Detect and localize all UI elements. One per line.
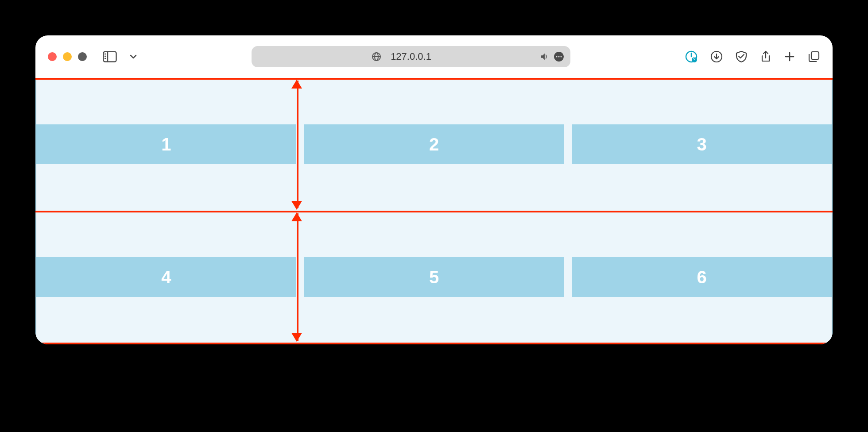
address-bar[interactable]: 127.0.0.1 — [252, 46, 570, 67]
svg-point-10 — [558, 56, 559, 57]
svg-point-9 — [556, 56, 557, 57]
svg-rect-14 — [694, 59, 696, 61]
shield-icon[interactable] — [735, 50, 748, 63]
privacy-report-icon[interactable] — [685, 50, 698, 63]
tabs-overview-icon[interactable] — [808, 50, 820, 63]
sidebar-toggle-icon[interactable] — [103, 51, 117, 62]
new-tab-icon[interactable] — [784, 51, 795, 62]
globe-icon — [371, 51, 382, 62]
address-text: 127.0.0.1 — [391, 51, 431, 62]
svg-point-11 — [560, 56, 562, 57]
grid-cell: 3 — [572, 124, 832, 164]
grid-cell: 4 — [36, 257, 296, 297]
grid-row: 4 5 6 — [36, 211, 832, 343]
window-controls — [48, 52, 87, 61]
share-icon[interactable] — [760, 50, 771, 63]
toolbar-right-group — [685, 50, 820, 63]
grid-cell: 5 — [304, 257, 564, 297]
grid-cell: 6 — [572, 257, 832, 297]
chevron-down-icon[interactable] — [129, 53, 137, 61]
page-content: 1 2 3 4 5 6 — [35, 78, 833, 344]
browser-toolbar: 127.0.0.1 — [35, 35, 833, 78]
reader-menu-icon[interactable] — [554, 51, 564, 62]
sound-icon[interactable] — [539, 52, 549, 62]
grid-row: 1 2 3 — [36, 78, 832, 211]
grid-container: 1 2 3 4 5 6 — [35, 78, 833, 344]
browser-window: 127.0.0.1 — [35, 35, 833, 344]
downloads-icon[interactable] — [710, 50, 723, 63]
minimize-window-button[interactable] — [63, 52, 72, 61]
grid-cell: 1 — [36, 124, 296, 164]
close-window-button[interactable] — [48, 52, 57, 61]
grid-cell: 2 — [304, 124, 564, 164]
svg-rect-19 — [811, 52, 819, 59]
zoom-window-button[interactable] — [78, 52, 87, 61]
